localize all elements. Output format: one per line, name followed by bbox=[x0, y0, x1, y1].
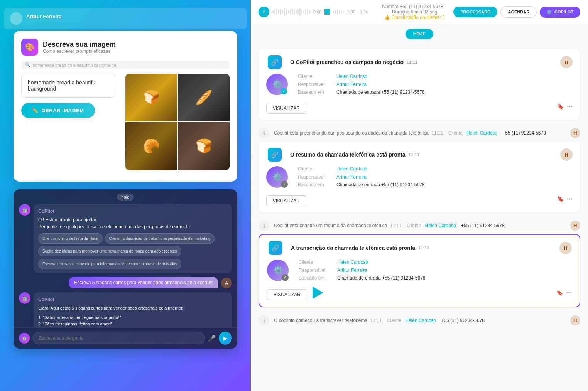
feed-card-3-header: 🔗 A transcrição da chamada telefônica es… bbox=[267, 241, 572, 255]
image-cell-2: 🥖 bbox=[178, 74, 230, 121]
info-time-1: 11:11 bbox=[431, 130, 443, 136]
feed-details-2: Cliente Helen Cardoso Responsável Arthur… bbox=[298, 166, 425, 188]
user-avatar: A bbox=[221, 278, 232, 288]
copilot-button[interactable]: ⚙️ COPILOT bbox=[540, 7, 580, 18]
chip-4[interactable]: Escreva um e-mail educado para informar … bbox=[38, 259, 181, 269]
feed-card-2: 🔗 O resumo da chamada telefônica está pr… bbox=[259, 142, 580, 212]
prompt-input[interactable]: homemade bread a beautiful background bbox=[21, 74, 115, 98]
cliente-val-2: Helen Cardoso bbox=[336, 166, 425, 172]
today-badge: HOJE bbox=[406, 29, 434, 39]
date-badge: hoje bbox=[117, 194, 134, 201]
more-btn-1[interactable]: ••• bbox=[567, 103, 573, 110]
feed-icon-1: 🔗 bbox=[268, 55, 282, 69]
bread-emoji-4: 🍞 bbox=[195, 138, 213, 154]
bot-greeting: Oi! Estou pronto para ajudar. bbox=[38, 216, 227, 223]
actions-2: 🔖 ••• bbox=[557, 196, 573, 202]
feed-title-1: O CoPilot preencheu os campos do negócio… bbox=[290, 59, 417, 65]
info-cliente-label-2: Cliente bbox=[407, 223, 421, 228]
info-time-3: 11:11 bbox=[370, 318, 382, 323]
a-badge: A bbox=[282, 274, 289, 281]
feed-icon-2: 🔗 bbox=[268, 148, 282, 162]
agendar-button[interactable]: AGENDAR bbox=[500, 6, 537, 18]
feed-footer-3: VISUALIZAR 🔖 ••• bbox=[267, 285, 572, 300]
image-icon: 🎨 bbox=[21, 39, 38, 56]
chip-1[interactable]: Crie um roteiro de festa de Natal bbox=[38, 233, 103, 244]
cliente-label-1: Cliente bbox=[298, 74, 336, 79]
image-gen-card: 🎨 Descreva sua imagem Como escrever prom… bbox=[14, 31, 237, 182]
waveform-area: ⏸ 0:00 1:32 1.3x bbox=[259, 7, 368, 17]
url-text: homemade bread on a beautiful background bbox=[33, 63, 116, 67]
play-triangle[interactable] bbox=[313, 287, 323, 299]
waveform bbox=[272, 7, 310, 17]
info-cliente-3: Helen Cardoso bbox=[405, 318, 436, 323]
more-btn-3[interactable]: ••• bbox=[566, 290, 572, 296]
bot-avatar-2: 🤖 bbox=[19, 292, 30, 304]
processed-button[interactable]: PROCESSADO bbox=[453, 7, 497, 17]
visualizar-btn-1[interactable]: VISUALIZAR bbox=[266, 103, 306, 114]
progress-dot bbox=[324, 9, 330, 15]
feed-card-1: 🔗 O CoPilot preencheu os campos do negóc… bbox=[259, 49, 580, 120]
chip-3[interactable]: Sugira dez ideias para promover uma nova… bbox=[38, 246, 181, 256]
base-label-2: Baseado em bbox=[298, 182, 336, 188]
generate-button[interactable]: ✏️ GERAR IMAGEM bbox=[21, 103, 95, 118]
card-subtitle: Como escrever prompts eficazes bbox=[43, 49, 116, 54]
feed-details-1: Cliente Helen Cardoso Responsável Arthur… bbox=[298, 74, 425, 95]
info-cliente-label-3: Cliente bbox=[387, 318, 401, 323]
purple-circle-1: ⚙️ ✓ bbox=[266, 74, 288, 95]
visualizar-btn-2[interactable]: VISUALIZAR bbox=[266, 196, 306, 206]
feed-card-3: 🔗 A transcrição da chamada telefônica es… bbox=[259, 234, 580, 307]
feed-left-3: 🔗 A transcrição da chamada telefônica es… bbox=[267, 241, 429, 255]
bot-name: CoPilot bbox=[38, 208, 227, 215]
feed-avatar-3: H bbox=[559, 242, 572, 254]
rating: Classificação do cliente: 5 bbox=[391, 15, 445, 20]
resp-val-2: Arthur Ferreira bbox=[336, 174, 425, 180]
feed-title-3: A transcrição da chamada telefônica está… bbox=[291, 245, 429, 251]
bot-sub-greeting: Pergunte-me qualquer coisa ou selecione … bbox=[38, 223, 227, 230]
info-row-3: ℹ O copiloto começou a transcrever telef… bbox=[259, 312, 580, 329]
bookmark-btn-1[interactable]: 🔖 bbox=[557, 103, 564, 110]
copilot-label: COPILOT bbox=[554, 10, 573, 14]
left-panel: Arthur Ferreira ... 🎨 Descreva sua image… bbox=[0, 0, 251, 391]
more-btn-2[interactable]: ••• bbox=[567, 196, 573, 202]
info-cliente-1: Helen Cardoso bbox=[466, 130, 497, 136]
response-text: Claro! Aqui estão 5 slogans curtos para … bbox=[38, 305, 227, 312]
chat-input[interactable] bbox=[33, 332, 205, 344]
base-val-3: Chamada de entrada +55 (11) 91234-5678 bbox=[337, 275, 426, 281]
info-text-3: O copiloto começou a transcrever telefon… bbox=[274, 318, 566, 323]
mic-button[interactable]: 🎤 bbox=[208, 335, 216, 342]
bread-emoji-3: 🥐 bbox=[143, 138, 160, 154]
url-bar: 🔍 homemade bread on a beautiful backgrou… bbox=[21, 61, 230, 69]
generate-icon: ✏️ bbox=[32, 108, 39, 113]
base-label-1: Baseado em bbox=[298, 89, 336, 95]
feed-content-1: ⚙️ ✓ Cliente Helen Cardoso Responsável A… bbox=[266, 74, 573, 95]
phone-label: Número +55 (11) 91234-5678 bbox=[382, 4, 443, 9]
user-bubble: Escreva 5 slogans curtos para vender pãe… bbox=[69, 277, 218, 288]
chip-2[interactable]: Crie uma descrição de trabalho especiali… bbox=[105, 233, 215, 244]
cliente-label-3: Cliente bbox=[299, 260, 337, 265]
play-button[interactable]: ⏸ bbox=[259, 7, 269, 17]
resp-label-2: Responsável bbox=[298, 174, 336, 180]
right-header: ⏸ 0:00 1:32 1.3x bbox=[251, 0, 588, 24]
info-avatar-3: H bbox=[570, 315, 580, 325]
resp-val-1: Arthur Ferreira bbox=[336, 82, 425, 88]
send-button[interactable]: ▶ bbox=[219, 332, 232, 345]
time-start: 0:00 bbox=[313, 10, 321, 14]
bookmark-btn-2[interactable]: 🔖 bbox=[557, 196, 564, 202]
bot-avatar: 🤖 bbox=[19, 204, 30, 216]
response-items: 1. "Sabor artesanal, entregue na sua por… bbox=[38, 314, 227, 327]
info-text-1: Copilot está preenchendo campos usando o… bbox=[274, 130, 566, 136]
info-avatar-2: H bbox=[570, 221, 580, 231]
actions-1: 🔖 ••• bbox=[557, 103, 573, 110]
feed-container: HOJE 🔗 O CoPilot preencheu os campos do … bbox=[251, 24, 588, 391]
header-left: ⏸ 0:00 1:32 1.3x bbox=[259, 4, 453, 20]
visualizar-btn-3[interactable]: VISUALIZAR bbox=[267, 289, 307, 300]
resp-label-1: Responsável bbox=[298, 82, 336, 88]
chat-input-bar: 🤖 🎤 ▶ bbox=[14, 327, 237, 349]
copilot-icon-btn: ⚙️ bbox=[547, 10, 552, 15]
feed-title-2: O resumo da chamada telefônica está pron… bbox=[290, 152, 419, 158]
image-cell-1: 🍞 bbox=[125, 74, 177, 121]
date-badge-container: hoje bbox=[14, 189, 237, 204]
ghost-subtitle: ... bbox=[26, 19, 62, 24]
feed-card-2-header: 🔗 O resumo da chamada telefônica está pr… bbox=[266, 148, 573, 162]
bookmark-btn-3[interactable]: 🔖 bbox=[556, 290, 563, 296]
